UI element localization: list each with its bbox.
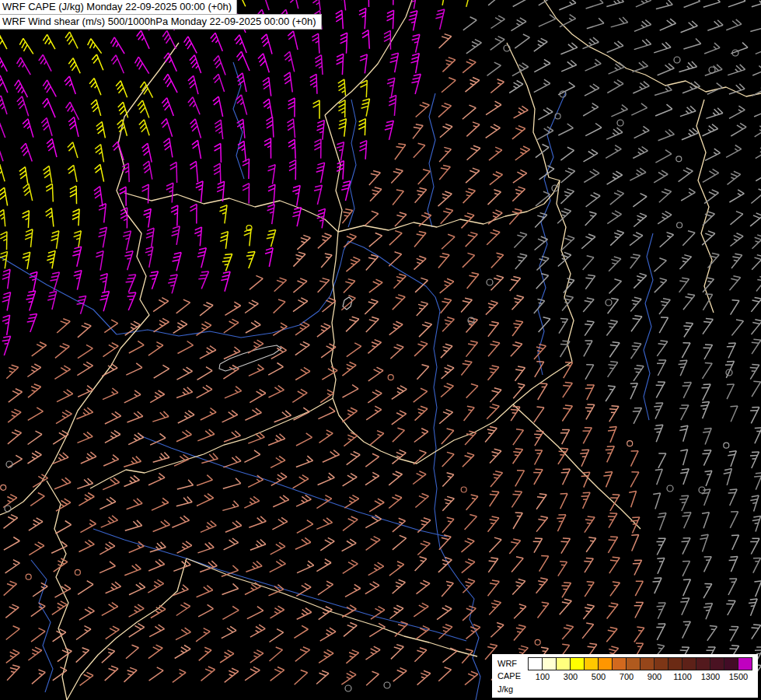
- legend-labels: WRF CAPE J/kg: [497, 657, 521, 696]
- legend-swatch: [668, 657, 682, 670]
- legend-swatch: [528, 657, 543, 670]
- legend-tick-label: 500: [585, 672, 613, 681]
- legend-swatch: [682, 657, 696, 670]
- title-cape: WRF CAPE (J/kg) Monday 22-09-2025 00:00 …: [0, 0, 237, 15]
- legend-parameter-label: CAPE: [497, 670, 521, 683]
- legend-swatch: [542, 657, 557, 670]
- legend-tick-label: 700: [613, 672, 641, 681]
- legend-scale: 100300500700900110013001500: [528, 657, 752, 681]
- legend-swatch-row: [528, 657, 752, 670]
- weather-map-screen: WRF CAPE (J/kg) Monday 22-09-2025 00:00 …: [0, 0, 761, 700]
- cape-legend: WRF CAPE J/kg 10030050070090011001300150…: [492, 654, 758, 698]
- legend-unit-label: J/kg: [497, 683, 521, 696]
- legend-swatch: [696, 657, 710, 670]
- legend-model-label: WRF: [497, 657, 521, 670]
- legend-swatch: [640, 657, 655, 670]
- legend-swatch: [612, 657, 627, 670]
- legend-tick-label: 300: [557, 672, 585, 681]
- legend-tick-label: 1100: [668, 672, 696, 681]
- title-windshear: WRF Wind shear (m/s) 500/1000hPa Monday …: [0, 14, 322, 30]
- legend-tick-label: 100: [529, 672, 557, 681]
- map-title-block: WRF CAPE (J/kg) Monday 22-09-2025 00:00 …: [0, 0, 322, 30]
- legend-swatch: [556, 657, 571, 670]
- legend-swatch: [584, 657, 599, 670]
- legend-tick-label: 1300: [696, 672, 724, 681]
- legend-tick-row: 100300500700900110013001500: [529, 672, 752, 681]
- legend-swatch: [626, 657, 641, 670]
- map-canvas: [0, 0, 761, 700]
- legend-swatch: [654, 657, 668, 670]
- legend-tick-label: 1500: [724, 672, 752, 681]
- legend-swatch: [570, 657, 585, 670]
- legend-swatch: [724, 657, 738, 670]
- legend-swatch: [710, 657, 724, 670]
- legend-swatch: [598, 657, 613, 670]
- legend-swatch: [738, 657, 752, 670]
- legend-tick-label: 900: [641, 672, 668, 681]
